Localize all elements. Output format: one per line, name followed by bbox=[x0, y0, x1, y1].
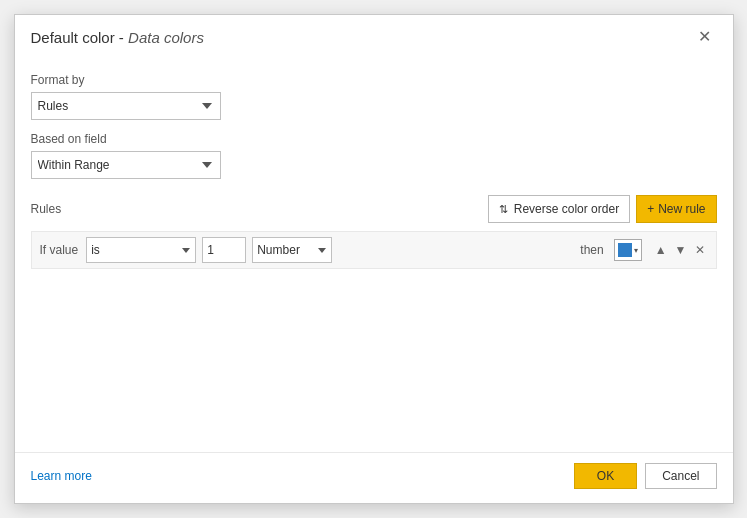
format-by-label: Format by bbox=[31, 73, 717, 87]
dialog-title-italic: Data colors bbox=[128, 29, 204, 46]
type-select[interactable]: Number Percent Percentile bbox=[252, 237, 332, 263]
plus-icon: + bbox=[647, 202, 654, 216]
reverse-btn-label: Reverse color order bbox=[514, 202, 619, 216]
ok-button[interactable]: OK bbox=[574, 463, 637, 489]
rules-header: Rules ⇅ Reverse color order + New rule bbox=[31, 195, 717, 223]
color-swatch-button[interactable]: ▾ bbox=[614, 239, 642, 261]
new-rule-btn-label: New rule bbox=[658, 202, 705, 216]
dialog-title-text: Default color - bbox=[31, 29, 129, 46]
move-up-button[interactable]: ▲ bbox=[652, 242, 670, 258]
condition-select[interactable]: is is not is greater than is less than i… bbox=[86, 237, 196, 263]
cancel-button[interactable]: Cancel bbox=[645, 463, 716, 489]
dialog-titlebar: Default color - Data colors ✕ bbox=[15, 15, 733, 57]
based-on-field-label: Based on field bbox=[31, 132, 717, 146]
rule-value-input[interactable] bbox=[202, 237, 246, 263]
color-swatch bbox=[618, 243, 632, 257]
rule-arrow-buttons: ▲ ▼ ✕ bbox=[652, 242, 708, 258]
chevron-down-icon: ▾ bbox=[634, 246, 638, 255]
dialog: Default color - Data colors ✕ Format by … bbox=[14, 14, 734, 504]
rule-row: If value is is not is greater than is le… bbox=[31, 231, 717, 269]
dialog-title: Default color - Data colors bbox=[31, 29, 204, 46]
then-label: then bbox=[580, 243, 603, 257]
reverse-color-order-button[interactable]: ⇅ Reverse color order bbox=[488, 195, 630, 223]
delete-rule-button[interactable]: ✕ bbox=[692, 242, 708, 258]
learn-more-link[interactable]: Learn more bbox=[31, 469, 92, 483]
based-on-field-select[interactable]: Within Range Sum of Sales Count of Items bbox=[31, 151, 221, 179]
move-down-button[interactable]: ▼ bbox=[672, 242, 690, 258]
close-button[interactable]: ✕ bbox=[692, 27, 717, 47]
dialog-footer: Learn more OK Cancel bbox=[15, 452, 733, 503]
reverse-icon: ⇅ bbox=[499, 203, 508, 216]
if-value-label: If value bbox=[40, 243, 79, 257]
format-by-select[interactable]: Rules Color scale Field value bbox=[31, 92, 221, 120]
rules-label: Rules bbox=[31, 202, 62, 216]
dialog-body: Format by Rules Color scale Field value … bbox=[15, 57, 733, 452]
new-rule-button[interactable]: + New rule bbox=[636, 195, 716, 223]
rules-actions: ⇅ Reverse color order + New rule bbox=[488, 195, 717, 223]
footer-buttons: OK Cancel bbox=[574, 463, 717, 489]
